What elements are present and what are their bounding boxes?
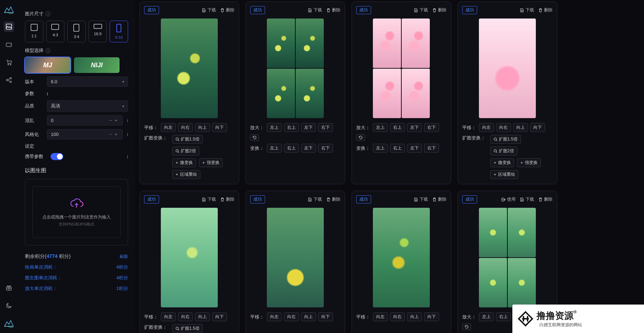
pan-down[interactable]: 向下 bbox=[530, 123, 545, 132]
delete-button[interactable]: 删除 bbox=[220, 7, 234, 13]
info-icon[interactable]: i bbox=[127, 132, 128, 137]
ratio-3-4[interactable]: 3:4 bbox=[67, 21, 86, 42]
model-mj[interactable]: MJ bbox=[25, 57, 70, 73]
zoom-br[interactable]: 右下 bbox=[424, 123, 439, 132]
tx-br[interactable]: 右下 bbox=[318, 144, 333, 153]
upload-dropzone[interactable]: 点击或拖拽一个图片到这里作为输入 支持PNG和JPG格式 bbox=[32, 186, 121, 238]
nav-gift-icon[interactable] bbox=[4, 282, 14, 293]
plus-icon[interactable]: + bbox=[114, 132, 119, 137]
tx-tr[interactable]: 右上 bbox=[390, 144, 405, 153]
delete-button[interactable]: 删除 bbox=[538, 7, 553, 13]
pan-up[interactable]: 向上 bbox=[407, 312, 422, 321]
ext-region[interactable]: ✦区域重绘 bbox=[172, 170, 200, 179]
pan-up[interactable]: 向上 bbox=[195, 123, 210, 132]
zoom-tl[interactable]: 左上 bbox=[267, 123, 282, 132]
result-image[interactable] bbox=[267, 18, 324, 118]
ext-strong[interactable]: ✦强变换 bbox=[199, 158, 223, 167]
pan-left[interactable]: 向左 bbox=[479, 123, 494, 132]
download-button[interactable]: 下载 bbox=[308, 196, 322, 202]
tx-tr[interactable]: 右上 bbox=[284, 144, 299, 153]
tx-tl[interactable]: 左上 bbox=[267, 144, 282, 153]
refresh-button[interactable] bbox=[462, 323, 471, 330]
zoom-tr[interactable]: 右上 bbox=[390, 123, 405, 132]
download-button[interactable]: 下载 bbox=[414, 7, 428, 13]
zoom-bl[interactable]: 左下 bbox=[407, 123, 422, 132]
tx-bl[interactable]: 左下 bbox=[301, 144, 316, 153]
pan-right[interactable]: 向右 bbox=[178, 312, 193, 321]
ext-1-5x[interactable]: 扩图1.5倍 bbox=[172, 135, 203, 144]
ratio-4-3[interactable]: 4:3 bbox=[46, 21, 65, 42]
gallery-wrap[interactable]: 成功下载删除平移：向左向右向上向下扩图变换：扩图1.5倍扩图2倍✦微变换✦强变换… bbox=[135, 0, 644, 333]
zoom-tl[interactable]: 左上 bbox=[479, 312, 494, 321]
pan-left[interactable]: 向左 bbox=[161, 312, 176, 321]
minus-icon[interactable]: − bbox=[108, 118, 114, 123]
info-icon[interactable]: i bbox=[127, 118, 128, 123]
minus-icon[interactable]: − bbox=[108, 132, 114, 137]
avatar-icon[interactable] bbox=[4, 318, 14, 328]
info-icon[interactable]: i bbox=[46, 11, 51, 16]
ratio-9-16[interactable]: 9:16 bbox=[110, 21, 128, 42]
ext-micro[interactable]: ✦微变换 bbox=[490, 158, 514, 167]
use-button[interactable]: 使用 bbox=[501, 196, 516, 202]
pan-right[interactable]: 向右 bbox=[390, 312, 405, 321]
ext-1-5x[interactable]: 扩图1.5倍 bbox=[490, 135, 521, 144]
pan-up[interactable]: 向上 bbox=[513, 123, 528, 132]
ratio-16-9[interactable]: 16:9 bbox=[89, 21, 107, 42]
pan-left[interactable]: 向左 bbox=[161, 123, 176, 132]
ext-2x[interactable]: 扩图2倍 bbox=[172, 147, 199, 155]
pan-right[interactable]: 向右 bbox=[284, 312, 299, 321]
refresh-button[interactable] bbox=[250, 134, 259, 141]
zoom-tr[interactable]: 右上 bbox=[496, 312, 511, 321]
pan-down[interactable]: 向下 bbox=[212, 312, 227, 321]
info-icon[interactable]: i bbox=[127, 154, 128, 159]
pan-up[interactable]: 向上 bbox=[301, 312, 316, 321]
pan-right[interactable]: 向右 bbox=[178, 123, 193, 132]
tx-bl[interactable]: 左下 bbox=[407, 144, 422, 153]
ext-strong[interactable]: ✦强变换 bbox=[517, 158, 541, 167]
download-button[interactable]: 下载 bbox=[414, 196, 428, 202]
tx-tl[interactable]: 左上 bbox=[373, 144, 388, 153]
plus-icon[interactable]: + bbox=[114, 118, 119, 123]
ext-region[interactable]: ✦区域重绘 bbox=[490, 170, 518, 179]
delete-button[interactable]: 删除 bbox=[326, 196, 341, 202]
pan-down[interactable]: 向下 bbox=[212, 123, 227, 132]
result-image[interactable] bbox=[267, 208, 324, 307]
pan-left[interactable]: 向左 bbox=[267, 312, 282, 321]
delete-button[interactable]: 删除 bbox=[432, 196, 447, 202]
zoom-tl[interactable]: 左上 bbox=[373, 123, 388, 132]
result-image[interactable] bbox=[161, 208, 218, 307]
nav-cart-icon[interactable] bbox=[4, 57, 14, 68]
model-niji[interactable]: NIJI bbox=[74, 57, 120, 73]
result-image[interactable] bbox=[161, 18, 218, 118]
pan-down[interactable]: 向下 bbox=[424, 312, 439, 321]
carry-params-toggle[interactable] bbox=[51, 153, 63, 160]
delete-button[interactable]: 删除 bbox=[538, 196, 553, 202]
nav-wallet-icon[interactable] bbox=[4, 39, 14, 50]
result-image[interactable] bbox=[479, 208, 536, 307]
ext-1-5x[interactable]: 扩图1.5倍 bbox=[172, 324, 203, 333]
delete-button[interactable]: 删除 bbox=[220, 196, 234, 202]
ext-2x[interactable]: 扩图2倍 bbox=[490, 147, 517, 155]
refresh-link[interactable]: 刷新 bbox=[120, 254, 128, 260]
download-button[interactable]: 下载 bbox=[520, 7, 534, 13]
chaos-input[interactable]: 0−+ bbox=[47, 115, 123, 126]
version-select[interactable]: 6.0▾ bbox=[47, 76, 128, 87]
zoom-bl[interactable]: 左下 bbox=[301, 123, 316, 132]
pan-down[interactable]: 向下 bbox=[318, 312, 333, 321]
info-icon[interactable]: i bbox=[47, 91, 48, 96]
download-button[interactable]: 下载 bbox=[202, 7, 216, 13]
ext-micro[interactable]: ✦微变换 bbox=[172, 158, 196, 167]
stylize-input[interactable]: 100−+ bbox=[47, 129, 123, 139]
ratio-1-1[interactable]: 1:1 bbox=[25, 21, 43, 42]
result-image[interactable] bbox=[479, 18, 536, 118]
tx-br[interactable]: 右下 bbox=[424, 144, 439, 153]
delete-button[interactable]: 删除 bbox=[326, 7, 341, 13]
info-icon[interactable]: i bbox=[46, 48, 51, 53]
download-button[interactable]: 下载 bbox=[520, 196, 534, 202]
quality-select[interactable]: 高清▾ bbox=[47, 100, 128, 112]
zoom-tr[interactable]: 右上 bbox=[284, 123, 299, 132]
pan-up[interactable]: 向上 bbox=[195, 312, 210, 321]
pan-right[interactable]: 向右 bbox=[496, 123, 511, 132]
nav-moon-icon[interactable] bbox=[4, 300, 14, 311]
result-image[interactable] bbox=[373, 208, 430, 307]
